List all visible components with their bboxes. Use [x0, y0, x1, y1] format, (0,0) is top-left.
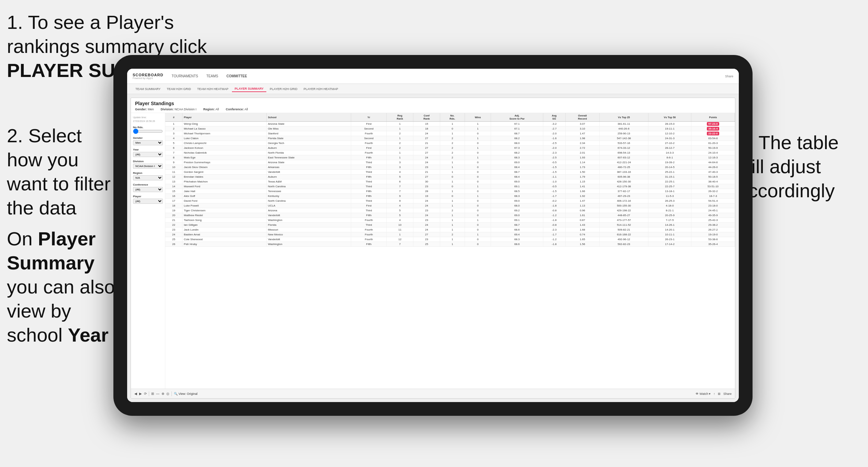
table-cell: 23 [165, 227, 182, 232]
sub-nav-player-h2h-heatmap[interactable]: PLAYER H2H HEATMAP [301, 86, 341, 92]
table-cell: 24-10-4 [691, 151, 735, 155]
table-cell: -1.7 [543, 194, 565, 199]
view-label[interactable]: 🔍 View: Original [174, 392, 198, 396]
table-cell: 25 [165, 237, 182, 242]
division-select[interactable]: NCAA Division I [133, 164, 163, 169]
sub-nav-player-h2h-grid[interactable]: PLAYER H2H GRID [267, 86, 300, 92]
toolbar-copy[interactable]: ⊞ [151, 392, 154, 396]
table-cell: 509-82-21 [600, 227, 648, 232]
table-row: 10Jacob Skov OlesenArkansasFifth3231068.… [165, 165, 735, 170]
table-cell: 21 [413, 141, 440, 146]
table-cell: 28-12-7 [648, 146, 691, 151]
sub-nav-player-summary[interactable]: PLAYER SUMMARY [232, 86, 266, 92]
toolbar-circle[interactable]: ◎ [166, 392, 169, 396]
table-cell: 17 [165, 199, 182, 203]
filter-conference: Conference (All) [133, 183, 163, 192]
instruction-2: 2. Select how you want to filter the dat… [7, 124, 120, 220]
table-cell: 0 [465, 131, 491, 136]
toolbar-plus[interactable]: ⊕ [162, 392, 164, 396]
table-cell: 23 [413, 165, 440, 170]
table-cell: Fifth [351, 155, 387, 160]
table-cell: -1.7 [543, 232, 565, 237]
nav-committee[interactable]: COMMITTEE [226, 74, 247, 78]
table-cell: Second [351, 126, 387, 131]
player-select[interactable]: (All) [133, 199, 163, 204]
table-cell: Fifth [351, 165, 387, 170]
table-cell: Phichaksn Maichon [182, 179, 267, 184]
content-panel: Player Standings Gender: Men Division: N… [131, 98, 735, 399]
table-cell: 0 [465, 213, 491, 218]
table-cell: Cole Sherwood [182, 237, 267, 242]
table-cell: -0.5 [543, 160, 565, 165]
table-cell: 1.43 [565, 223, 599, 227]
toolbar-refresh[interactable]: ⟳ [144, 392, 147, 396]
table-cell: 0 [440, 126, 465, 131]
nav-tournaments[interactable]: TOURNAMENTS [171, 74, 198, 78]
table-cell: 2 [440, 136, 465, 141]
bottom-toolbar: ◀ ▶ ⟳ ⊞ — ⊕ ◎ 🔍 View: Original 👁 Watch ▾… [131, 389, 735, 398]
table-cell: 4 [387, 203, 413, 208]
table-cell: 19 [165, 208, 182, 213]
table-cell: 19-19-0 [691, 232, 735, 237]
watch-btn[interactable]: 👁 Watch ▾ [695, 392, 711, 396]
table-cell: 514-111-52 [600, 223, 648, 227]
table-cell: -1.1 [543, 175, 565, 179]
table-cell: 0 [465, 208, 491, 213]
table-cell: 0 [440, 194, 465, 199]
logo: SCOREBOARD Powered by clipp'd [133, 73, 163, 79]
table-cell: 27 [413, 151, 440, 155]
table-cell: 1 [440, 203, 465, 208]
table-cell: Fifth [351, 189, 387, 194]
table-cell: 0 [465, 179, 491, 184]
table-cell: 25 [413, 242, 440, 247]
sub-nav-team-h2h-heatmap[interactable]: TEAM H2H HEATMAP [194, 86, 231, 92]
grid-btn[interactable]: ⊞ [718, 392, 721, 396]
table-cell: Vanderbilt [266, 237, 351, 242]
table-cell: 68.0 [491, 141, 543, 146]
year-select[interactable]: (All) [133, 152, 163, 157]
gender-select[interactable]: Men [133, 140, 163, 145]
sub-nav-team-h2h-grid[interactable]: TEAM H2H GRID [164, 86, 194, 92]
table-cell: 35-26-4 [691, 242, 735, 247]
table-cell: Mats Ege [182, 155, 267, 160]
share-btn[interactable]: Share [723, 392, 732, 396]
table-cell: 67.1 [491, 126, 543, 131]
sub-nav-team-summary[interactable]: TEAM SUMMARY [133, 86, 163, 92]
table-cell: 9 [165, 160, 182, 165]
table-row: 12Brendan ValdesAuburnFifth5270068.4-1.1… [165, 175, 735, 179]
toolbar-forward[interactable]: ▶ [139, 392, 142, 396]
table-cell: 25-22-1 [648, 170, 691, 175]
col-rank: # [165, 113, 182, 122]
table-cell: -1.2 [543, 237, 565, 242]
table-cell: Stanford [266, 131, 351, 136]
panel-title: Player Standings [135, 101, 731, 106]
table-cell: 0 [465, 175, 491, 179]
toolbar-back[interactable]: ◀ [134, 392, 137, 396]
table-cell: Jackson Koivun [182, 146, 267, 151]
conference-select[interactable]: (All) [133, 187, 163, 192]
table-cell: 1 [465, 194, 491, 199]
table-cell: 1 [440, 237, 465, 242]
nav-teams[interactable]: TEAMS [207, 74, 218, 78]
toolbar-more[interactable]: — [156, 392, 159, 396]
no-rds-slider[interactable] [133, 130, 163, 133]
table-cell: Missouri [266, 227, 351, 232]
sign-out[interactable]: Share [725, 75, 733, 78]
table-cell: 1 [440, 227, 465, 232]
table-cell: 1.65 [565, 237, 599, 242]
table-cell: 14-20-1 [648, 227, 691, 232]
table-cell: 1.61 [565, 213, 599, 218]
table-cell: 16 [165, 194, 182, 199]
table-cell: First [351, 122, 387, 126]
table-cell: 2 [165, 126, 182, 131]
table-cell: 492-96-12 [600, 237, 648, 242]
table-cell: 68.2 [491, 136, 543, 141]
table-cell: 68.4 [491, 165, 543, 170]
table-row: 6Jackson KoivunAuburnFirst2272167.3-2.02… [165, 146, 735, 151]
table-cell: 1.73 [565, 165, 599, 170]
table-cell: North Carolina [266, 184, 351, 189]
table-cell: 377-82-17 [600, 189, 648, 194]
region-select[interactable]: N/A [133, 175, 163, 180]
tablet-screen: SCOREBOARD Powered by clipp'd TOURNAMENT… [127, 69, 739, 402]
export-btn[interactable]: ↑ [713, 392, 715, 396]
